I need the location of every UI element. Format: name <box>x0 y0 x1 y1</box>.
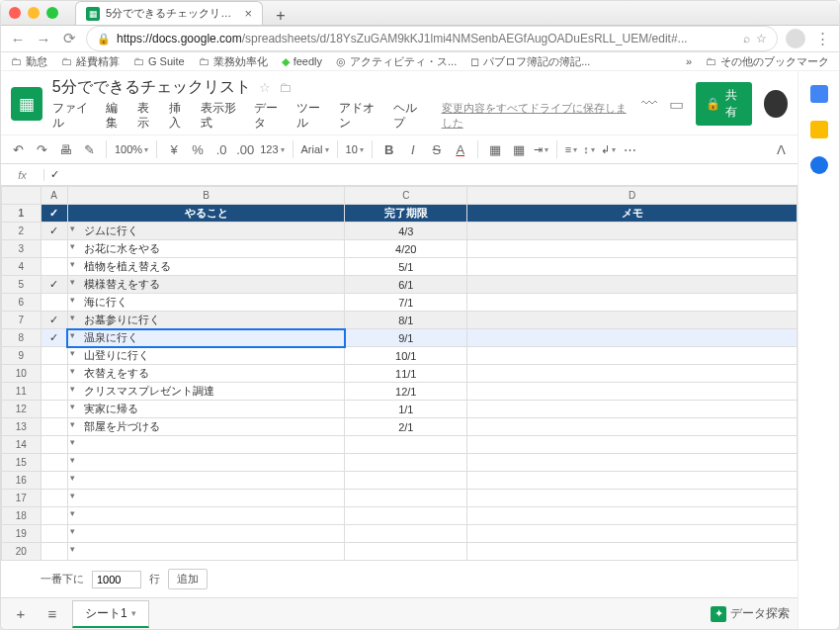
italic-icon[interactable]: I <box>404 142 422 157</box>
menu-item[interactable]: データ <box>254 101 287 131</box>
h-align-icon[interactable]: ≡▾ <box>565 143 577 155</box>
header-cell[interactable]: メモ <box>467 205 798 223</box>
row-header[interactable]: 1 <box>2 205 42 223</box>
checkbox-cell[interactable] <box>41 418 67 436</box>
row-header[interactable]: 16 <box>2 472 42 490</box>
task-cell[interactable]: 模様替えをする <box>67 276 345 294</box>
cell[interactable] <box>41 490 67 507</box>
task-cell[interactable]: 衣替えをする <box>67 365 345 383</box>
checkbox-cell[interactable]: ✓ <box>41 223 67 240</box>
task-cell[interactable]: 山登りに行く <box>67 347 345 365</box>
formula-input[interactable]: ✓ <box>44 168 59 181</box>
cell[interactable] <box>467 472 798 490</box>
cell[interactable] <box>67 543 345 561</box>
font-size-select[interactable]: 10▾ <box>346 143 364 155</box>
memo-cell[interactable] <box>467 329 798 347</box>
checkbox-cell[interactable] <box>41 365 67 383</box>
cell[interactable] <box>467 525 798 543</box>
memo-cell[interactable] <box>467 312 798 329</box>
font-select[interactable]: Arial▾ <box>301 143 329 155</box>
col-header[interactable]: A <box>41 187 67 205</box>
calendar-icon[interactable] <box>810 85 828 103</box>
row-header[interactable]: 7 <box>2 312 42 329</box>
cell[interactable] <box>67 490 345 507</box>
row-header[interactable]: 5 <box>2 276 42 294</box>
menu-item[interactable]: 挿入 <box>169 101 191 131</box>
bookmark-item[interactable]: 🗀業務効率化 <box>199 54 268 69</box>
zoom-select[interactable]: 100%▾ <box>115 143 148 155</box>
checkbox-cell[interactable]: ✓ <box>41 329 67 347</box>
text-color-icon[interactable]: A <box>452 142 469 157</box>
task-cell[interactable]: 部屋を片づける <box>67 418 345 436</box>
menu-item[interactable]: 表示 <box>137 101 159 131</box>
traffic-max[interactable] <box>46 7 58 19</box>
header-cell[interactable]: 完了期限 <box>345 205 467 223</box>
reload-icon[interactable]: ⟳ <box>60 30 78 47</box>
explore-button[interactable]: ✦データ探索 <box>711 606 790 622</box>
menu-item[interactable]: ツール <box>296 101 329 131</box>
row-header[interactable]: 4 <box>2 258 42 276</box>
row-header[interactable]: 19 <box>2 525 42 543</box>
row-header[interactable]: 14 <box>2 436 42 454</box>
cell[interactable] <box>345 490 467 507</box>
number-format-select[interactable]: 123▾ <box>260 143 284 155</box>
addrows-button[interactable]: 追加 <box>168 569 208 589</box>
row-header[interactable]: 12 <box>2 401 42 418</box>
cell[interactable] <box>345 507 467 525</box>
row-header[interactable]: 13 <box>2 418 42 436</box>
url-input[interactable]: 🔒 https://docs.google.com/spreadsheets/d… <box>86 26 778 51</box>
row-header[interactable]: 6 <box>2 294 42 312</box>
bookmark-item[interactable]: 🗀勤怠 <box>11 54 47 69</box>
row-header[interactable]: 17 <box>2 490 42 507</box>
cell[interactable] <box>345 472 467 490</box>
forward-icon[interactable]: → <box>35 31 52 47</box>
star-icon[interactable]: ☆ <box>756 32 767 45</box>
due-cell[interactable]: 11/1 <box>345 365 467 383</box>
menu-item[interactable]: ヘルプ <box>393 101 426 131</box>
bookmark-item[interactable]: 🗀経費精算 <box>61 54 120 69</box>
traffic-min[interactable] <box>28 7 40 19</box>
percent-icon[interactable]: % <box>189 142 207 157</box>
doc-title[interactable]: 5分でできるチェックリスト <box>52 77 251 98</box>
trend-icon[interactable]: 〰 <box>641 95 657 113</box>
wrap-icon[interactable]: ↲▾ <box>601 143 616 156</box>
row-header[interactable]: 3 <box>2 240 42 258</box>
folder-icon[interactable]: 🗀 <box>279 80 292 95</box>
task-cell[interactable]: クリスマスプレゼント調達 <box>67 383 345 401</box>
due-cell[interactable]: 2/1 <box>345 418 467 436</box>
cell[interactable] <box>41 543 67 561</box>
checkbox-cell[interactable]: ✓ <box>41 276 67 294</box>
more-icon[interactable]: ⋯ <box>622 142 639 157</box>
star-icon[interactable]: ☆ <box>259 80 271 95</box>
cell[interactable] <box>67 454 345 472</box>
header-cell[interactable]: やること <box>67 205 345 223</box>
all-sheets-button[interactable]: ≡ <box>41 605 64 622</box>
cell[interactable] <box>345 436 467 454</box>
cell[interactable] <box>41 436 67 454</box>
add-sheet-button[interactable]: + <box>9 605 33 622</box>
new-tab-button[interactable]: + <box>271 7 291 25</box>
cell[interactable] <box>41 454 67 472</box>
checkbox-cell[interactable] <box>41 294 67 312</box>
col-header[interactable]: B <box>67 187 345 205</box>
memo-cell[interactable] <box>467 347 798 365</box>
memo-cell[interactable] <box>467 258 798 276</box>
back-icon[interactable]: ← <box>9 31 27 47</box>
header-cell[interactable]: ✓ <box>41 205 67 223</box>
due-cell[interactable]: 4/3 <box>345 223 467 240</box>
cell[interactable] <box>467 490 798 507</box>
keep-icon[interactable] <box>810 121 828 138</box>
memo-cell[interactable] <box>467 294 798 312</box>
cell[interactable] <box>345 454 467 472</box>
cell[interactable] <box>41 507 67 525</box>
menu-item[interactable]: ファイル <box>52 101 96 131</box>
menu-item[interactable]: 編集 <box>106 101 127 131</box>
share-button[interactable]: 🔒共有 <box>696 82 752 126</box>
row-header[interactable]: 11 <box>2 383 42 401</box>
cell[interactable] <box>67 507 345 525</box>
row-header[interactable]: 9 <box>2 347 42 365</box>
task-cell[interactable]: 実家に帰る <box>67 401 345 418</box>
dec-increase-icon[interactable]: .00 <box>236 142 254 157</box>
checkbox-cell[interactable] <box>41 258 67 276</box>
close-icon[interactable]: × <box>244 6 252 21</box>
